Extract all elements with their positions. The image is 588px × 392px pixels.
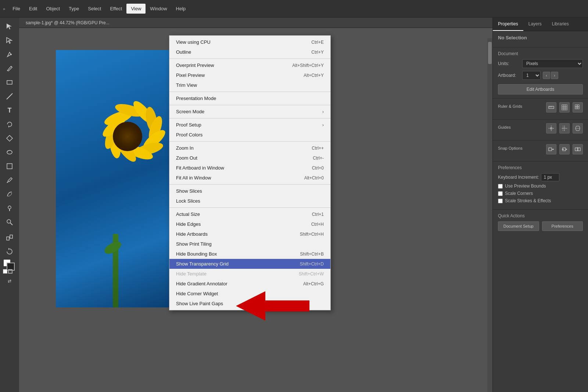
rotate-view-tool[interactable] (3, 245, 16, 258)
menu-expand-icon[interactable]: » (3, 7, 5, 11)
view-dropdown-menu: View using CPU Ctrl+E Outline Ctrl+Y Ove… (169, 35, 331, 310)
use-preview-bounds-checkbox[interactable] (498, 184, 503, 189)
menu-item-lock-slices[interactable]: Lock Slices (169, 196, 330, 206)
tab-layers[interactable]: Layers (523, 18, 547, 31)
canvas-tab-title[interactable]: sample-1.jpg* @ 44.72% (RGB/GPU Pre... (22, 19, 113, 27)
artboard-select[interactable]: 1 (522, 71, 541, 80)
ruler-grids-row: Ruler & Grids (498, 102, 583, 113)
square-tool[interactable] (3, 160, 16, 173)
menu-object[interactable]: Object (42, 4, 64, 14)
symbol-sprayer-tool[interactable] (3, 202, 16, 215)
menu-item-hide-bounding-box[interactable]: Hide Bounding Box Shift+Ctrl+B (169, 249, 330, 259)
menu-item-fit-all[interactable]: Fit All in Window Alt+Ctrl+0 (169, 173, 330, 183)
swap-fill-stroke[interactable]: ⇄ (3, 274, 16, 288)
menu-item-pixel-preview[interactable]: Pixel Preview Alt+Ctrl+Y (169, 70, 330, 80)
menu-item-screen-mode[interactable]: Screen Mode › (169, 107, 330, 117)
pixel-grid-icon-btn[interactable] (573, 102, 583, 113)
menu-item-zoom-out[interactable]: Zoom Out Ctrl+- (169, 153, 330, 163)
menu-item-outline[interactable]: Outline Ctrl+Y (169, 47, 330, 57)
canvas-tab-bar: sample-1.jpg* @ 44.72% (RGB/GPU Pre... (19, 18, 492, 28)
menu-item-hide-edges[interactable]: Hide Edges Ctrl+H (169, 219, 330, 229)
svg-rect-31 (577, 107, 579, 109)
guide-icon-2[interactable] (559, 123, 570, 133)
svg-marker-0 (7, 24, 12, 29)
preferences-section: Preferences Keyboard Increment: Use Prev… (493, 161, 588, 210)
menu-separator-7 (169, 207, 330, 208)
menu-item-show-slices[interactable]: Show Slices (169, 186, 330, 196)
line-tool[interactable] (3, 90, 16, 103)
artboard-prev-btn[interactable]: ‹ (543, 72, 550, 79)
keyboard-increment-label: Keyboard Increment: (498, 175, 539, 180)
print-tiling-tool[interactable] (3, 231, 16, 244)
tab-properties[interactable]: Properties (493, 18, 523, 31)
panel-tabs: Properties Layers Libraries (493, 18, 588, 31)
menu-separator-4 (169, 118, 330, 118)
edit-artboards-button[interactable]: Edit Artboards (498, 84, 583, 95)
menu-item-hide-gradient-annotator[interactable]: Hide Gradient Annotator Alt+Ctrl+G (169, 279, 330, 289)
fill-stroke-boxes[interactable] (3, 259, 16, 274)
menu-window[interactable]: Window (146, 4, 171, 14)
menu-item-zoom-in[interactable]: Zoom In Ctrl++ (169, 143, 330, 153)
menu-item-actual-size[interactable]: Actual Size Ctrl+1 (169, 209, 330, 219)
menu-item-show-transparency-grid[interactable]: Show Transparency Grid Shift+Ctrl+D (169, 259, 330, 269)
tab-libraries[interactable]: Libraries (547, 18, 574, 31)
svg-line-3 (11, 66, 12, 67)
grid-icon-btn[interactable] (559, 102, 570, 113)
menu-view[interactable]: View (126, 4, 146, 14)
menu-item-proof-setup[interactable]: Proof Setup › (169, 120, 330, 130)
artboard-next-btn[interactable]: › (551, 72, 558, 79)
scale-strokes-checkbox[interactable] (498, 199, 503, 203)
selection-tool[interactable] (3, 20, 16, 33)
shape-builder-tool[interactable] (3, 132, 16, 145)
snap-icon-3[interactable] (573, 144, 583, 154)
guide-icon-3[interactable] (573, 123, 583, 133)
scale-corners-checkbox[interactable] (498, 191, 503, 196)
snap-icon-2[interactable] (559, 144, 570, 154)
direct-selection-tool[interactable] (3, 34, 16, 47)
menu-item-presentation-mode[interactable]: Presentation Mode (169, 93, 330, 103)
document-setup-button[interactable]: Document Setup (498, 221, 539, 231)
menu-item-fit-artboard[interactable]: Fit Artboard in Window Ctrl+0 (169, 163, 330, 173)
menu-separator-5 (169, 141, 330, 142)
menu-item-overprint-preview[interactable]: Overprint Preview Alt+Shift+Ctrl+Y (169, 60, 330, 70)
eyedropper-tool[interactable] (3, 174, 16, 187)
type-tool[interactable]: T (3, 104, 16, 117)
menu-select[interactable]: Select (83, 4, 105, 14)
warp-tool[interactable] (3, 188, 16, 201)
menu-item-hide-artboards[interactable]: Hide Artboards Shift+Ctrl+H (169, 229, 330, 239)
menu-item-trim-view[interactable]: Trim View (169, 80, 330, 90)
rectangle-tool[interactable] (3, 76, 16, 89)
keyboard-increment-input[interactable] (541, 173, 559, 181)
snap-icon-1[interactable] (546, 144, 556, 154)
scroll-thumb[interactable] (488, 42, 492, 64)
svg-line-5 (7, 93, 12, 99)
menu-item-show-print-tiling[interactable]: Show Print Tiling (169, 239, 330, 249)
units-row: Units: Pixels Points Picas Millimeters C… (498, 59, 583, 68)
menu-help[interactable]: Help (172, 4, 190, 14)
pencil-tool[interactable] (3, 62, 16, 75)
menu-item-hide-corner-widget[interactable]: Hide Corner Widget (169, 289, 330, 299)
ruler-grids-section: Ruler & Grids (493, 99, 588, 120)
menu-type[interactable]: Type (64, 4, 83, 14)
preferences-button[interactable]: Preferences (542, 221, 583, 231)
menu-separator-6 (169, 184, 330, 185)
rotate-tool[interactable] (3, 118, 16, 131)
pen-tool[interactable] (3, 48, 16, 61)
menu-item-hide-template[interactable]: Hide Template Shift+Ctrl+W (169, 269, 330, 279)
menu-file[interactable]: File (8, 4, 25, 14)
ruler-icon-btn[interactable] (546, 102, 556, 113)
menu-item-show-live-paint-gaps[interactable]: Show Live Paint Gaps (169, 299, 330, 309)
zoom-tool[interactable] (3, 215, 16, 229)
units-select[interactable]: Pixels Points Picas Millimeters Centimet… (522, 59, 583, 68)
canvas-area: sample-1.jpg* @ 44.72% (RGB/GPU Pre... (19, 18, 492, 392)
menu-item-view-using-cpu[interactable]: View using CPU Ctrl+E (169, 37, 330, 47)
eraser-tool[interactable] (3, 146, 16, 159)
ruler-grids-title: Ruler & Grids (498, 104, 522, 108)
menu-effect[interactable]: Effect (105, 4, 126, 14)
svg-rect-28 (575, 105, 577, 107)
menu-edit[interactable]: Edit (25, 4, 42, 14)
svg-marker-17 (8, 248, 10, 250)
menu-item-proof-colors[interactable]: Proof Colors (169, 130, 330, 140)
guide-icon-1[interactable] (546, 123, 556, 133)
vertical-scrollbar[interactable] (487, 38, 492, 392)
